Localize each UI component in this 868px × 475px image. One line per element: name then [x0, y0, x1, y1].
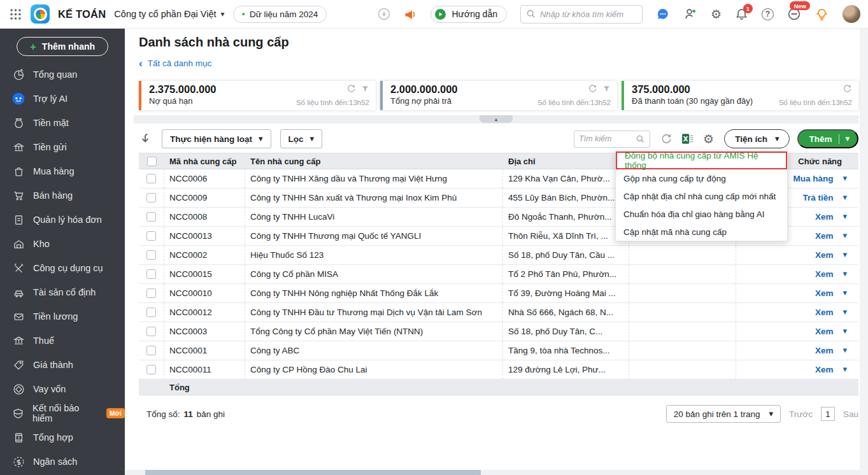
row-checkbox[interactable]: [146, 288, 156, 298]
app-name: KẾ TOÁN: [58, 8, 106, 20]
row-checkbox[interactable]: [146, 365, 156, 374]
row-action-dropdown[interactable]: Xem ▼: [736, 360, 858, 379]
row-checkbox[interactable]: [146, 250, 156, 260]
refresh-icon[interactable]: [346, 84, 356, 94]
next-page-button[interactable]: Sau: [843, 409, 858, 419]
sidebar-item[interactable]: Công cụ dụng cụ: [0, 256, 125, 280]
breadcrumb[interactable]: ‹ Tất cả danh mục: [139, 59, 211, 68]
bank-icon: [12, 141, 25, 153]
utilities-menu-item[interactable]: Chuẩn hóa địa chỉ giao hàng bằng AI: [616, 205, 787, 223]
sidebar-item[interactable]: Bán hàng: [0, 183, 125, 208]
row-action-label: Xem: [815, 308, 834, 317]
guide-button[interactable]: Hướng dẫn: [430, 6, 506, 23]
utilities-menu-item[interactable]: Đồng bộ nhà cung cấp từ AMIS Hệ thống: [616, 152, 787, 169]
utilities-menu-item[interactable]: Cập nhật mã nhà cung cấp: [616, 223, 787, 241]
row-action-dropdown[interactable]: Xem ▼: [736, 341, 858, 360]
add-supplier-button[interactable]: Thêm ▼: [797, 129, 858, 148]
select-all-checkbox[interactable]: [147, 157, 157, 166]
filter-button[interactable]: Lọc ▼: [280, 129, 323, 148]
chat-icon[interactable]: [656, 7, 670, 21]
add-user-icon[interactable]: [683, 7, 697, 21]
row-action-dropdown[interactable]: Xem ▼: [736, 284, 858, 302]
sidebar-item-label: Mua hàng: [33, 166, 75, 176]
caret-down-icon: ▼: [845, 136, 850, 142]
filter-icon[interactable]: [602, 85, 611, 93]
sidebar-item-label: Thuế: [33, 336, 54, 346]
supplier-code: NCC00011: [164, 360, 245, 379]
row-action-dropdown[interactable]: Xem ▼: [736, 303, 858, 322]
notification-count-badge: 1: [743, 4, 753, 13]
sidebar-item[interactable]: Giá thành: [0, 353, 125, 377]
help-icon[interactable]: ?: [762, 8, 774, 20]
horizontal-scrollbar-thumb[interactable]: [145, 470, 481, 475]
filter-icon[interactable]: [361, 85, 369, 93]
row-action-dropdown[interactable]: Xem ▼: [736, 265, 858, 283]
row-checkbox[interactable]: [146, 308, 156, 317]
row-action-dropdown[interactable]: Xem ▼: [736, 322, 858, 341]
sidebar-item[interactable]: Thuế: [0, 329, 125, 353]
page-title: Danh sách nhà cung cấp: [139, 35, 289, 50]
table-footer-row: Tổng: [139, 379, 858, 395]
feedback-button[interactable]: New: [787, 7, 801, 21]
page-size-select[interactable]: 20 bản ghi trên 1 trang ▼: [666, 405, 781, 423]
row-checkbox[interactable]: [146, 269, 156, 279]
row-checkbox[interactable]: [146, 327, 156, 336]
data-year-pill[interactable]: ● Dữ liệu năm 2024: [233, 6, 327, 23]
refresh-icon[interactable]: [660, 133, 672, 145]
notifications-bell[interactable]: 1: [735, 8, 748, 21]
table-search-input[interactable]: [579, 134, 636, 143]
sidebar-item[interactable]: Tài sản cố định: [0, 280, 125, 304]
row-checkbox[interactable]: [146, 193, 156, 202]
prev-page-button[interactable]: Trước: [789, 409, 813, 419]
row-checkbox[interactable]: [146, 212, 156, 222]
column-settings-gear-icon[interactable]: ⚙: [703, 133, 714, 145]
sidebar-item[interactable]: Quản lý hóa đơn: [0, 208, 125, 232]
sidebar-item[interactable]: Tiền gửi: [0, 135, 125, 159]
salary-icon: [12, 311, 25, 323]
settings-gear-icon[interactable]: ⚙: [711, 8, 722, 20]
sidebar-item[interactable]: Tổng hợp: [0, 425, 125, 450]
utilities-menu-item[interactable]: Cập nhật địa chỉ nhà cung cấp mới nhất: [616, 187, 787, 205]
col-header-name[interactable]: Tên nhà cung cấp: [245, 153, 503, 169]
row-checkbox[interactable]: [146, 174, 156, 183]
current-page[interactable]: 1: [821, 407, 835, 421]
sidebar-item[interactable]: Kết nối bảo hiểm Mới: [0, 401, 125, 425]
row-action-dropdown[interactable]: Xem ▼: [736, 246, 858, 264]
announcement-megaphone-icon[interactable]: [404, 8, 417, 21]
refresh-icon[interactable]: [588, 84, 597, 94]
collapse-panel-button[interactable]: ▲: [480, 115, 513, 123]
export-icon[interactable]: [139, 132, 152, 145]
utilities-button[interactable]: Tiện ích ▼: [724, 129, 790, 148]
sidebar-item[interactable]: Kho: [0, 232, 125, 256]
refresh-icon[interactable]: [843, 84, 852, 94]
sidebar-item[interactable]: Tiền mặt: [0, 111, 125, 135]
table-row: NCC0001 Công ty ABC Tầng 9, tòa nhà Tech…: [139, 341, 858, 360]
download-icon[interactable]: [378, 8, 390, 20]
col-header-code[interactable]: Mã nhà cung cấp: [164, 153, 245, 169]
vertical-scrollbar[interactable]: [860, 29, 868, 475]
global-search-input[interactable]: [540, 10, 637, 19]
stat-cards: 2.375.000.000 Nợ quá hạn Số liệu tính đế…: [139, 81, 858, 110]
table-row: NCC00015 Công ty Cổ phần MISA Tổ 2 Phố T…: [139, 265, 858, 284]
sidebar-item[interactable]: Trợ lý AI: [0, 87, 125, 111]
promotion-lamp-icon[interactable]: [815, 7, 829, 22]
supplier-address: 129 đường Lê Lợi, Phư...: [503, 360, 629, 379]
sidebar-item[interactable]: Mua hàng: [0, 159, 125, 183]
col-header-address[interactable]: Địa chỉ: [503, 153, 629, 169]
sidebar-item[interactable]: Tổng quan: [0, 62, 125, 87]
sidebar-item[interactable]: Vay vốn: [0, 377, 125, 401]
shopping-bag-icon: [12, 166, 25, 178]
apps-grid-icon[interactable]: [9, 8, 22, 21]
batch-actions-button[interactable]: Thực hiện hàng loạt ▼: [162, 129, 271, 148]
sidebar-item[interactable]: Tiền lương: [0, 304, 125, 329]
utilities-menu-item[interactable]: Gộp nhà cung cấp tự động: [616, 169, 787, 187]
company-selector[interactable]: Công ty cổ phần Đại Việt ▾: [114, 9, 224, 19]
sidebar-item[interactable]: Ngân sách: [0, 450, 125, 474]
quick-add-button[interactable]: + Thêm nhanh: [17, 37, 108, 56]
row-checkbox[interactable]: [146, 231, 156, 241]
row-checkbox[interactable]: [146, 346, 156, 355]
sidebar-item-label: Tài sản cố định: [33, 287, 96, 297]
export-excel-icon[interactable]: X: [681, 132, 694, 145]
sidebar-item-label: Ngân sách: [33, 457, 77, 467]
user-avatar[interactable]: [843, 5, 860, 23]
